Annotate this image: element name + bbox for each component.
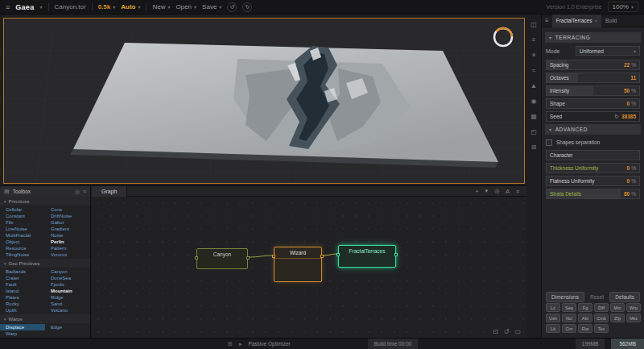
reset-button[interactable]: Reset xyxy=(584,292,609,302)
seed-field[interactable]: Seed ↻ 38385 xyxy=(546,111,640,122)
graph-node-wizard[interactable]: Wizard xyxy=(274,247,322,282)
toolbox-item-gabor[interactable]: Gabor xyxy=(45,219,90,226)
node-wire[interactable] xyxy=(248,256,274,257)
open-button[interactable]: Open ▾ xyxy=(176,3,197,10)
property-slider-intensity[interactable]: Intensity50% xyxy=(546,85,640,96)
run-icon[interactable]: ▸ xyxy=(239,341,242,347)
toolbox-item-rocky[interactable]: Rocky xyxy=(0,301,45,307)
quick-node-button-ncl[interactable]: Ncl xyxy=(562,314,576,322)
add-node-caret-icon[interactable]: ▾ xyxy=(485,188,489,194)
minimap-icon[interactable]: ▭ xyxy=(514,328,521,335)
brand-caret-icon[interactable]: ▾ xyxy=(39,4,42,10)
visibility-icon[interactable]: ◎ xyxy=(75,189,80,195)
new-button[interactable]: New ▾ xyxy=(152,3,170,10)
quick-node-button-cmb[interactable]: Cmb xyxy=(594,314,609,322)
toolbox-item-voronoi[interactable]: Voronoi xyxy=(45,251,90,258)
property-slider-shape[interactable]: Shape0% xyxy=(546,98,640,109)
input-port[interactable] xyxy=(272,255,275,258)
graph-menu-icon[interactable]: ≡ xyxy=(516,189,519,194)
toolbox-item-constant[interactable]: Constant xyxy=(0,213,45,219)
properties-icon[interactable]: ≡ xyxy=(542,17,552,24)
property-slider-spacing[interactable]: Spacing22% xyxy=(546,60,640,70)
randomize-seed-icon[interactable]: ↻ xyxy=(614,114,619,120)
property-slider-strata-details[interactable]: Strata Details80% xyxy=(546,189,640,199)
toolbox-item-island[interactable]: Island xyxy=(0,288,45,294)
shapes-separation-checkbox[interactable]: Shapes separation xyxy=(546,137,640,147)
output-port[interactable] xyxy=(246,256,250,260)
close-tab-icon[interactable]: × xyxy=(594,19,597,23)
grid-toggle-icon[interactable]: ⊞ xyxy=(531,143,537,151)
toolbox-item-resource[interactable]: Resource xyxy=(0,245,45,251)
toolbox-item-cellular[interactable]: Cellular xyxy=(0,206,45,213)
quick-node-button-zfp[interactable]: Zfp xyxy=(610,314,625,322)
toolbox-item-dunesea[interactable]: DuneSea xyxy=(45,275,90,281)
toolbox-item-crater[interactable]: Crater xyxy=(0,275,45,281)
quick-node-button-mks[interactable]: Mks xyxy=(626,314,641,322)
toolbox-section-geo-primitives[interactable]: ▾Geo Primitives xyxy=(0,259,90,268)
quick-node-button-lk[interactable]: Lk xyxy=(546,324,560,333)
toolbox-item-plates[interactable]: Plates xyxy=(0,294,45,301)
layers-icon[interactable]: ≡ xyxy=(532,36,536,44)
toolbox-item-sand[interactable]: Sand xyxy=(45,301,90,307)
quick-node-button-lc[interactable]: Lc xyxy=(546,303,560,312)
node-wire[interactable] xyxy=(322,254,338,256)
resolution-selector[interactable]: 0.5k ▾ xyxy=(98,3,116,10)
toolbox-menu-icon[interactable]: ≡ xyxy=(83,189,86,194)
camera-icon[interactable]: ◉ xyxy=(531,98,537,105)
view-compass[interactable] xyxy=(492,26,514,48)
toolbox-item-warp[interactable]: Warp xyxy=(0,330,45,337)
graph-canvas[interactable]: ⊡↺▭ CanyonWizardFractalTerraces xyxy=(92,197,526,339)
quick-node-button-cnr[interactable]: Cnr xyxy=(562,324,576,333)
add-node-icon[interactable]: + xyxy=(476,189,479,194)
toolbox-item-driftnoise[interactable]: DriftNoise xyxy=(45,213,90,219)
sun-icon[interactable]: ☀ xyxy=(530,52,536,59)
build-mode-selector[interactable]: Auto ▾ xyxy=(121,3,140,10)
property-slider-octaves[interactable]: Octaves11 xyxy=(546,73,640,83)
app-menu-icon[interactable]: ≡ xyxy=(6,3,10,11)
dimensions-button[interactable]: Dimensions xyxy=(546,292,584,302)
quick-node-button-diff[interactable]: Diff xyxy=(594,303,609,312)
toolbox-item-perlin[interactable]: Perlin xyxy=(45,239,90,245)
mode-dropdown[interactable]: Uniformed ▾ xyxy=(576,46,640,56)
property-slider-thickness-uniformity[interactable]: Thickness Uniformity0% xyxy=(546,163,640,173)
device-grid-icon[interactable]: ⊞ xyxy=(228,341,233,347)
toolbox-section-primitives[interactable]: ▾Primitives xyxy=(0,197,90,206)
graph-node-fractalterraces[interactable]: FractalTerraces xyxy=(338,245,396,268)
viewport-3d[interactable] xyxy=(3,18,525,184)
reset-view-icon[interactable]: ↺ xyxy=(504,328,510,335)
terrain-icon[interactable]: ▲ xyxy=(530,82,537,89)
quick-node-button-seq[interactable]: Seq xyxy=(562,303,576,312)
tab-build[interactable]: Build xyxy=(601,15,621,27)
defaults-button[interactable]: Defaults xyxy=(609,292,640,302)
frame-all-icon[interactable]: ⊡ xyxy=(493,328,498,335)
tab-graph[interactable]: Graph xyxy=(92,186,127,197)
toolbox-item-fjords[interactable]: Fjords xyxy=(45,281,90,288)
focus-node-icon[interactable]: ◎ xyxy=(494,188,499,194)
save-button[interactable]: Save ▾ xyxy=(202,3,221,10)
toolbox-item-gradient[interactable]: Gradient xyxy=(45,226,90,232)
output-port[interactable] xyxy=(320,255,324,258)
toolbox-item-linenoise[interactable]: LineNoise xyxy=(0,226,45,232)
quick-node-button-tex[interactable]: Tex xyxy=(594,324,609,333)
ui-zoom-dropdown[interactable]: 100% ▾ xyxy=(608,2,638,12)
axis-gizmo-icon[interactable]: ◰ xyxy=(530,128,537,135)
toolbox-item-edge[interactable]: Edge xyxy=(45,324,90,330)
section-terracing[interactable]: ▾ TERRACING xyxy=(545,32,641,43)
water-icon[interactable]: ≈ xyxy=(532,67,535,74)
toolbox-item-uplift[interactable]: Uplift xyxy=(0,307,45,314)
quick-node-button-wrp[interactable]: Wrp xyxy=(626,303,641,312)
view-2d-icon[interactable]: ▦ xyxy=(530,113,537,120)
toolbox-item-fault[interactable]: Fault xyxy=(0,281,45,288)
toolbox-item-canyon[interactable]: Canyon xyxy=(45,268,90,275)
toolbox-item-noise[interactable]: Noise xyxy=(45,232,90,239)
toolbox-item-tilingnoise[interactable]: TilingNoise xyxy=(0,251,45,258)
input-port[interactable] xyxy=(336,253,340,256)
redo-icon[interactable]: ↻ xyxy=(242,2,252,12)
undo-icon[interactable]: ↺ xyxy=(227,2,237,12)
quick-node-button-abr[interactable]: Abr xyxy=(578,314,592,322)
quick-node-button-ush[interactable]: Ush xyxy=(546,314,560,322)
toolbox-item-multifractal[interactable]: MultiFractal xyxy=(0,232,45,239)
auto-arrange-icon[interactable]: A xyxy=(506,189,510,194)
tab-node-properties[interactable]: FractalTerraces × xyxy=(552,15,601,27)
toolbox-item-volcano[interactable]: Volcano xyxy=(45,307,90,314)
